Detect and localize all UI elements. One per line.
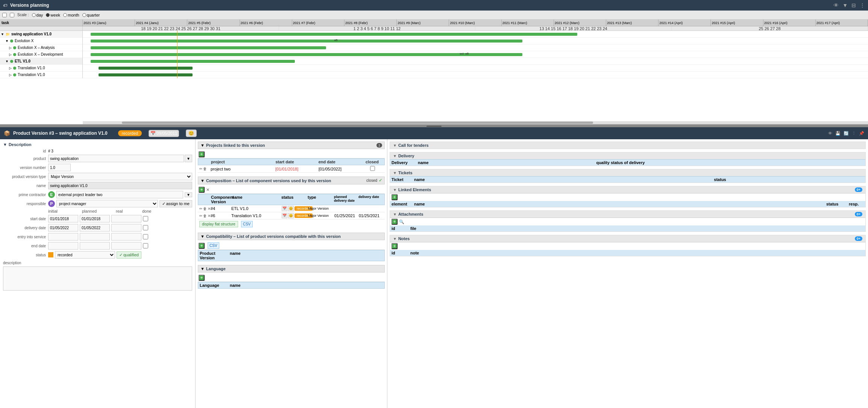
name-input[interactable]: [48, 182, 192, 189]
smiley-btn[interactable]: 😊: [186, 129, 197, 137]
delete-comp-2-icon[interactable]: 🗑: [203, 214, 207, 218]
prime-contractor-dropdown-btn[interactable]: ▼: [185, 192, 192, 197]
delete-project-icon[interactable]: 🗑: [203, 167, 207, 171]
start-date-planned[interactable]: [80, 215, 110, 222]
end-date-done[interactable]: [143, 243, 148, 248]
edit-project-icon[interactable]: ✏: [199, 167, 202, 171]
display-flat-structure-btn[interactable]: display flat structure: [199, 221, 238, 227]
responsible-select[interactable]: project manager: [56, 200, 158, 207]
refresh-btn[interactable]: 🔄: [844, 131, 849, 136]
expand-icon-3[interactable]: ▷: [9, 46, 12, 50]
task-row-3[interactable]: ▷ Evolution X – Analysis: [0, 44, 82, 51]
expand-icon-2[interactable]: ▼: [5, 39, 9, 43]
call-for-tenders-header[interactable]: ▼ Call for tenders: [390, 142, 865, 149]
add-note-btn[interactable]: +: [392, 243, 398, 249]
x-comp-1-icon[interactable]: ✕: [208, 207, 211, 211]
gantt-scrollbar[interactable]: [83, 121, 868, 124]
save-btn[interactable]: 💾: [835, 131, 841, 136]
task-row-2[interactable]: ▼ Evolution X: [0, 38, 82, 44]
comp-row-1-smiley-icon[interactable]: 😊: [288, 206, 294, 211]
comp-icon-col: [200, 195, 211, 204]
edit-comp-1-icon[interactable]: ✏: [199, 207, 202, 211]
more-icon[interactable]: ⋮: [860, 2, 865, 8]
more-btn[interactable]: ⋮: [852, 131, 856, 136]
expand-icon-7[interactable]: ▷: [9, 73, 12, 77]
attachments-section-header[interactable]: ▼ Attachments 0+: [390, 211, 865, 218]
task-row-6[interactable]: ▷ Translation V1.0: [0, 65, 82, 72]
delivery-date-real[interactable]: [111, 224, 141, 231]
eye-icon[interactable]: 👁: [833, 2, 839, 8]
version-number-input[interactable]: [48, 164, 71, 171]
add-comp-btn[interactable]: +: [199, 187, 205, 193]
linked-elements-header[interactable]: ▼ Linked Elements 0+: [390, 186, 865, 193]
comp-row-2-smiley-icon[interactable]: 😊: [288, 213, 294, 218]
x-comp-2-icon[interactable]: ✕: [208, 214, 211, 218]
entry-service-planned[interactable]: [80, 233, 110, 241]
product-dropdown-btn[interactable]: ▼: [185, 155, 192, 162]
task-row-7[interactable]: ▷ Translation V1.0: [0, 72, 82, 78]
proj-closed-checkbox[interactable]: [370, 166, 375, 171]
comp-row-1-cal-icon[interactable]: 📅: [282, 206, 287, 211]
task-row-5[interactable]: ▼ ETL V1.0: [0, 58, 82, 65]
assign-to-me-btn[interactable]: ✓ assign to me: [159, 200, 192, 207]
datetime-btn[interactable]: 📅 09/05/2011: [149, 130, 179, 137]
start-date-real[interactable]: [111, 215, 141, 222]
entry-service-fields: [48, 233, 148, 241]
expand-icon-5[interactable]: ▼: [5, 59, 9, 63]
entry-service-initial[interactable]: [48, 233, 78, 241]
add-attachment-btn[interactable]: +: [392, 219, 398, 225]
task-row-1[interactable]: ▼ 📁 swing application V1.0: [0, 31, 82, 38]
attachment-search-icon[interactable]: 🔍: [399, 219, 404, 224]
checkbox-toggle[interactable]: [2, 13, 7, 17]
entry-service-done[interactable]: [143, 234, 148, 239]
delivery-date-initial[interactable]: [48, 224, 78, 231]
checkbox-toggle2[interactable]: [10, 13, 14, 17]
attachments-toolbar: + 🔍: [390, 218, 865, 225]
gantt-scrollbar-thumb[interactable]: [122, 122, 593, 124]
status-select[interactable]: recorded: [55, 251, 115, 259]
scale-month[interactable]: month: [63, 13, 79, 17]
add-linked-element-btn[interactable]: +: [392, 194, 398, 200]
delete-comp-1-icon[interactable]: 🗑: [203, 207, 207, 211]
compat-csv-btn[interactable]: CSV: [208, 242, 219, 249]
delivery-date-done[interactable]: [143, 225, 148, 230]
expand-icon-4[interactable]: ▷: [9, 53, 12, 56]
start-date-initial[interactable]: [48, 215, 78, 222]
comp-row-2-cal-icon[interactable]: 📅: [282, 213, 287, 218]
scale-day[interactable]: day: [32, 13, 43, 17]
radio-quarter[interactable]: [82, 13, 86, 17]
columns-icon[interactable]: ⊟: [851, 2, 856, 8]
scale-week[interactable]: week: [46, 13, 60, 17]
add-compat-btn[interactable]: +: [199, 243, 205, 249]
radio-month[interactable]: [63, 13, 67, 17]
start-date-done[interactable]: [143, 216, 148, 221]
radio-week[interactable]: [46, 13, 50, 17]
expand-icon-1[interactable]: ▼: [1, 32, 4, 36]
comp-x-btn[interactable]: ✕: [206, 187, 209, 192]
pin-btn[interactable]: 📌: [859, 131, 864, 136]
language-toolbar: +: [198, 274, 385, 282]
add-project-btn[interactable]: +: [199, 151, 205, 157]
pvt-select[interactable]: Major Version: [48, 173, 192, 180]
csv-btn[interactable]: CSV: [241, 221, 253, 227]
end-date-initial[interactable]: [48, 242, 78, 250]
qualified-btn[interactable]: ✓ qualified: [117, 251, 141, 259]
delivery-section-header[interactable]: ▼ Delivery: [390, 152, 865, 159]
delivery-date-planned[interactable]: [80, 224, 110, 231]
eye-btn[interactable]: 👁: [828, 131, 832, 135]
edit-comp-2-icon[interactable]: ✏: [199, 214, 202, 218]
expand-icon-6[interactable]: ▷: [9, 66, 12, 70]
product-input[interactable]: [48, 155, 184, 162]
end-date-planned[interactable]: [80, 242, 110, 250]
entry-service-real[interactable]: [111, 233, 141, 241]
scale-quarter[interactable]: quarter: [82, 13, 100, 17]
tickets-section-header[interactable]: ▼ Tickets: [390, 169, 865, 176]
end-date-real[interactable]: [111, 242, 141, 250]
filter-icon[interactable]: ▼: [842, 2, 848, 8]
notes-section-header[interactable]: ▼ Notes 0+: [390, 235, 865, 242]
add-language-btn[interactable]: +: [199, 275, 205, 281]
description-textarea[interactable]: [3, 267, 192, 289]
task-row-4[interactable]: ▷ Evolution X – Development: [0, 51, 82, 58]
radio-day[interactable]: [32, 13, 36, 17]
prime-contractor-input[interactable]: [56, 191, 183, 198]
